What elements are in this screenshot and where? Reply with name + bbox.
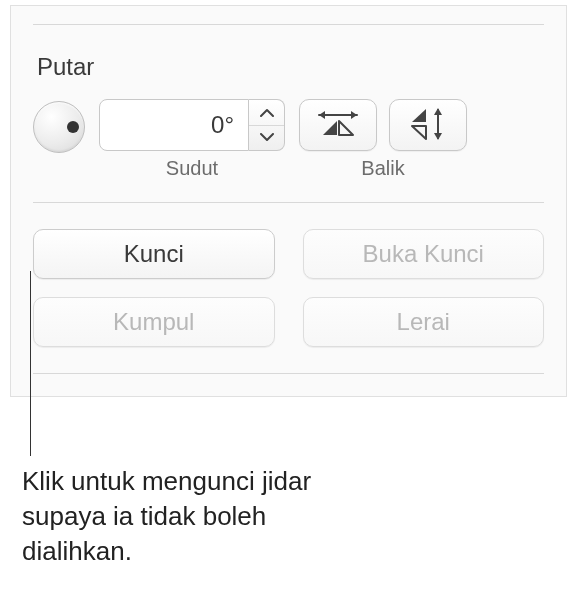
svg-marker-4: [339, 121, 353, 135]
svg-marker-6: [412, 126, 426, 139]
lock-button[interactable]: Kunci: [33, 229, 275, 279]
angle-label: Sudut: [166, 157, 218, 180]
rotate-controls-row: Sudut: [33, 99, 544, 202]
unlock-button[interactable]: Buka Kunci: [303, 229, 545, 279]
callout-text: Klik untuk mengunci jidar supaya ia tida…: [22, 464, 352, 569]
chevron-up-icon: [260, 105, 274, 120]
flip-horizontal-icon: [317, 109, 359, 142]
angle-step-down[interactable]: [249, 126, 284, 151]
svg-marker-2: [351, 111, 357, 119]
flip-group: Balik: [299, 99, 467, 180]
ungroup-button[interactable]: Lerai: [303, 297, 545, 347]
flip-horizontal-button[interactable]: [299, 99, 377, 151]
svg-marker-5: [412, 109, 426, 122]
chevron-down-icon: [260, 130, 274, 145]
arrange-panel: Putar Sudut: [10, 5, 567, 397]
flip-label: Balik: [361, 157, 404, 180]
angle-step-up[interactable]: [249, 100, 284, 126]
lock-group-grid: Kunci Buka Kunci Kumpul Lerai: [33, 203, 544, 373]
rotate-section-title: Putar: [33, 25, 544, 99]
callout-line: [30, 271, 31, 456]
svg-marker-1: [319, 111, 325, 119]
divider: [33, 373, 544, 374]
angle-group: Sudut: [99, 99, 285, 180]
svg-marker-8: [434, 108, 442, 115]
flip-buttons: [299, 99, 467, 151]
angle-input[interactable]: [99, 99, 249, 151]
flip-vertical-button[interactable]: [389, 99, 467, 151]
group-button[interactable]: Kumpul: [33, 297, 275, 347]
rotation-dial[interactable]: [33, 101, 85, 153]
svg-marker-9: [434, 133, 442, 140]
angle-stepper: [249, 99, 285, 151]
flip-vertical-icon: [408, 107, 448, 144]
svg-marker-3: [323, 121, 337, 135]
angle-input-wrap: [99, 99, 285, 151]
